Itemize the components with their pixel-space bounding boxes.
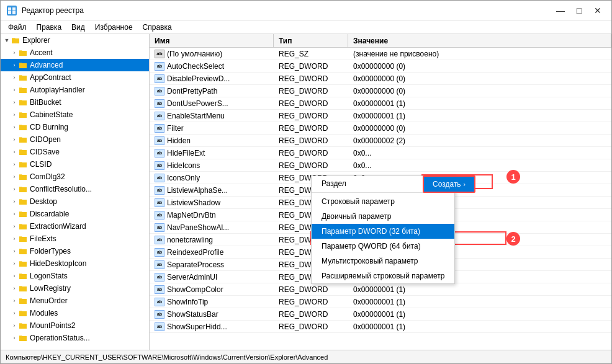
cell-value-9: 0x0... [348,161,611,171]
maximize-button[interactable]: □ [570,4,588,17]
tree-item-accent[interactable]: › Accent [1,47,149,59]
table-row[interactable]: ab ShowStatusBar REG_DWORD 0x00000001 (1… [150,308,611,321]
tree-item-comdlg32[interactable]: › ComDlg32 [1,171,149,183]
tree-item-bitbucket[interactable]: › BitBucket [1,96,149,109]
tree-item-fileexts[interactable]: › FileExts [1,233,149,245]
cell-value-1: 0x00000000 (0) [348,61,611,71]
cell-name-7: ab Hidden [150,136,274,146]
registry-editor-window: Редактор реестра — □ ✕ Файл Правка Вид И… [0,0,612,364]
tree-item-mountpoints2[interactable]: › MountPoints2 [1,319,149,332]
tree-item-autoplayhandler[interactable]: › AutoplayHandler [1,84,149,96]
table-row[interactable]: ab Filter REG_DWORD 0x00000000 (0) [150,122,611,135]
tree-item-cidopen[interactable]: › CIDOpen [1,133,149,146]
tree-item-explorer[interactable]: ▼ Explorer [1,34,149,47]
cell-name-21: ab ShowStatusBar [150,309,274,319]
table-row[interactable]: ab Hidden REG_DWORD 0x00000002 (2) [150,135,611,147]
cell-type-8: REG_DWORD [274,148,348,158]
context-menu-item-string[interactable]: Строковый параметр [312,194,454,209]
tree-label-operationstatus: OperationStatus... [30,334,90,342]
tree-item-discardable[interactable]: › Discardable [1,208,149,220]
window-title: Редактор реестра [22,6,552,15]
cell-name-5: ab EnableStartMenu [150,111,274,121]
folder-icon-menuorder [18,296,28,306]
tree-item-cdburning[interactable]: › CD Burning [1,121,149,133]
folder-icon-accent [18,48,28,58]
cell-value-20: 0x00000001 (1) [348,297,611,307]
badge-1: 1 [506,170,520,184]
tree-item-appcontract[interactable]: › AppContract [1,71,149,84]
reg-dword-icon-2: ab [155,74,164,83]
cell-name-11: ab ListviewAlphaSe... [150,185,274,195]
tree-item-hidedesktopicon[interactable]: › HideDesktopIcon [1,257,149,270]
cell-value-21: 0x00000001 (1) [348,309,611,319]
tree-item-cabinetstate[interactable]: › CabinetState [1,109,149,121]
minimize-button[interactable]: — [552,4,569,17]
reg-dword-icon-9: ab [155,161,164,170]
table-row[interactable]: ab EnableStartMenu REG_DWORD 0x00000001 … [150,110,611,122]
cell-name-1: ab AutoCheckSelect [150,61,274,71]
menu-edit[interactable]: Правка [32,22,67,33]
tree-label-mountpoints2: MountPoints2 [30,321,75,330]
menu-view[interactable]: Вид [66,22,90,33]
create-button-arrow-icon: › [464,181,466,188]
table-row[interactable]: ab ShowCompColor REG_DWORD 0x00000001 (1… [150,283,611,296]
cell-name-6: ab Filter [150,123,274,133]
table-row[interactable]: ab DisablePreviewD... REG_DWORD 0x000000… [150,73,611,85]
tree-label-autoplay: AutoplayHandler [30,86,85,94]
reg-dword-icon-18: ab [155,273,164,282]
reg-dword-icon-14: ab [155,223,164,232]
table-row[interactable]: ab DontPrettyPath REG_DWORD 0x00000000 (… [150,85,611,97]
tree-label-lowregistry: LowRegistry [30,284,71,293]
tree-item-logonstats[interactable]: › LogonStats [1,270,149,282]
context-menu-item-qword[interactable]: Параметр QWORD (64 бита) [312,239,454,254]
cell-name-8: ab HideFileExt [150,148,274,158]
table-row[interactable]: ab HideIcons REG_DWORD 0x0... [150,159,611,172]
folder-icon-clsid [18,159,28,169]
svg-rect-1 [8,7,11,11]
tree-item-operationstatus[interactable]: › OperationStatus... [1,332,149,344]
context-menu-item-binary[interactable]: Двоичный параметр [312,209,454,224]
cell-name-3: ab DontPrettyPath [150,86,274,96]
tree-item-menuorder[interactable]: › MenuOrder [1,295,149,307]
tree-item-cidsave[interactable]: › CIDSave [1,146,149,158]
table-row[interactable]: ab ShowSuperHidd... REG_DWORD 0x00000001… [150,321,611,333]
tree-arrow-comdlg32: › [11,173,18,180]
tree-arrow-cdburning: › [11,123,18,131]
menu-help[interactable]: Справка [138,22,177,33]
folder-icon-fileexts [18,234,28,244]
context-menu-item-expandable[interactable]: Расширяемый строковый параметр [312,269,454,283]
tree-label-comdlg32: ComDlg32 [30,172,65,181]
table-row[interactable]: ab HideFileExt REG_DWORD 0x0... [150,147,611,159]
reg-dword-icon-22: ab [155,322,164,331]
close-button[interactable]: ✕ [589,4,606,17]
tree-item-conflictresolution[interactable]: › ConflictResolutio... [1,183,149,195]
tree-arrow-fileexts: › [11,235,18,242]
tree-panel: ▼ Explorer › Accent [1,34,150,350]
folder-icon-logonstats [18,271,28,281]
menu-file[interactable]: Файл [3,22,32,33]
tree-item-foldertypes[interactable]: › FolderTypes [1,245,149,257]
tree-item-advanced[interactable]: › Advanced [1,59,149,71]
cell-value-2: 0x00000000 (0) [348,74,611,84]
context-menu-item-dword[interactable]: Параметр DWORD (32 бита) [312,224,454,239]
tree-item-desktop[interactable]: › Desktop [1,195,149,208]
table-row[interactable]: ab DontUsePowerS... REG_DWORD 0x00000001… [150,97,611,110]
folder-icon-bitbucket [18,97,28,107]
tree-item-lowregistry[interactable]: › LowRegistry [1,282,149,295]
tree-label-conflictresolution: ConflictResolutio... [30,185,92,193]
table-row[interactable]: ab (По умолчанию) REG_SZ (значение не пр… [150,48,611,60]
cell-value-5: 0x00000001 (1) [348,111,611,121]
create-button[interactable]: Создать › [423,175,475,193]
context-menu-item-multistring[interactable]: Мультистроковый параметр [312,254,454,269]
menu-favorites[interactable]: Избранное [90,22,138,33]
folder-icon-discardable [18,209,28,219]
cell-type-2: REG_DWORD [274,74,348,84]
tree-item-clsid[interactable]: › CLSID [1,158,149,171]
tree-item-modules[interactable]: › Modules [1,307,149,319]
tree-item-extractionwizard[interactable]: › ExtractionWizard [1,220,149,233]
cell-value-8: 0x0... [348,148,611,158]
tree-arrow-operationstatus: › [11,334,18,342]
tree-label-cabinetstate: CabinetState [30,110,73,119]
table-row[interactable]: ab ShowInfoTip REG_DWORD 0x00000001 (1) [150,296,611,308]
table-row[interactable]: ab AutoCheckSelect REG_DWORD 0x00000000 … [150,60,611,73]
